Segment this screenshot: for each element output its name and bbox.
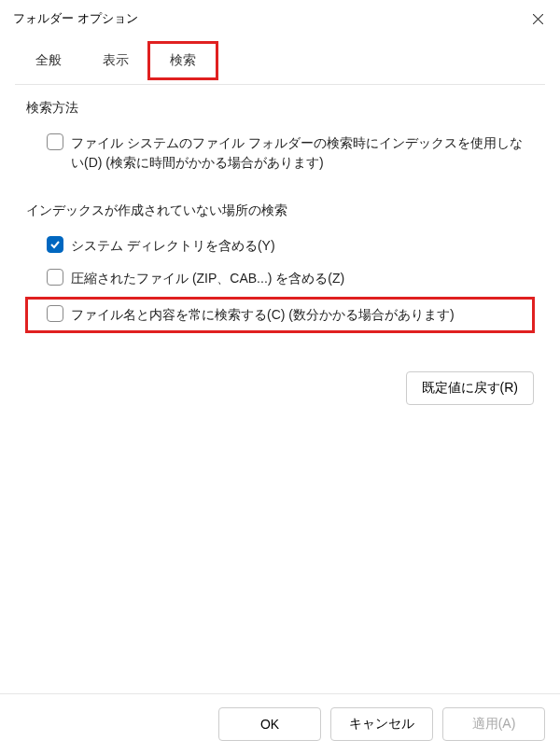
restore-row: 既定値に戻す(R) <box>26 353 534 405</box>
section-search-method: 検索方法 ファイル システムのファイル フォルダーの検索時にインデックスを使用し… <box>26 100 534 182</box>
label-no-index: ファイル システムのファイル フォルダーの検索時にインデックスを使用しない(D)… <box>71 133 534 173</box>
close-icon <box>533 14 543 24</box>
tabs: 全般 表示 検索 <box>0 35 560 78</box>
checkbox-include-system[interactable] <box>47 236 63 253</box>
apply-button[interactable]: 適用(A) <box>442 707 545 741</box>
checkbox-always-search-contents[interactable] <box>47 305 63 322</box>
tab-general[interactable]: 全般 <box>15 43 82 78</box>
option-always-search-contents[interactable]: ファイル名と内容を常に検索する(C) (数分かかる場合があります) <box>26 298 534 332</box>
tab-view[interactable]: 表示 <box>82 43 149 78</box>
close-button[interactable] <box>528 9 547 28</box>
option-no-index[interactable]: ファイル システムのファイル フォルダーの検索時にインデックスを使用しない(D)… <box>26 130 534 182</box>
tab-search[interactable]: 検索 <box>149 43 217 78</box>
button-bar: OK キャンセル 適用(A) <box>0 693 560 754</box>
section-title-search-method: 検索方法 <box>26 100 534 117</box>
titlebar: フォルダー オプション <box>0 0 560 35</box>
section-title-unindexed: インデックスが作成されていない場所の検索 <box>26 202 534 219</box>
option-include-system[interactable]: システム ディレクトリを含める(Y) <box>26 232 534 265</box>
label-include-system: システム ディレクトリを含める(Y) <box>71 236 275 256</box>
checkbox-no-index[interactable] <box>47 133 63 150</box>
restore-defaults-button[interactable]: 既定値に戻す(R) <box>406 371 534 405</box>
checkmark-icon <box>49 239 61 250</box>
option-include-compressed[interactable]: 圧縮されたファイル (ZIP、CAB...) を含める(Z) <box>26 265 534 298</box>
label-always-search-contents: ファイル名と内容を常に検索する(C) (数分かかる場合があります) <box>71 305 455 325</box>
section-unindexed: インデックスが作成されていない場所の検索 システム ディレクトリを含める(Y) … <box>26 202 534 332</box>
cancel-button[interactable]: キャンセル <box>330 707 433 741</box>
content-area: 検索方法 ファイル システムのファイル フォルダーの検索時にインデックスを使用し… <box>0 85 560 405</box>
label-include-compressed: 圧縮されたファイル (ZIP、CAB...) を含める(Z) <box>71 269 344 288</box>
checkbox-include-compressed[interactable] <box>47 269 63 286</box>
window-title: フォルダー オプション <box>13 10 138 27</box>
ok-button[interactable]: OK <box>218 707 321 741</box>
